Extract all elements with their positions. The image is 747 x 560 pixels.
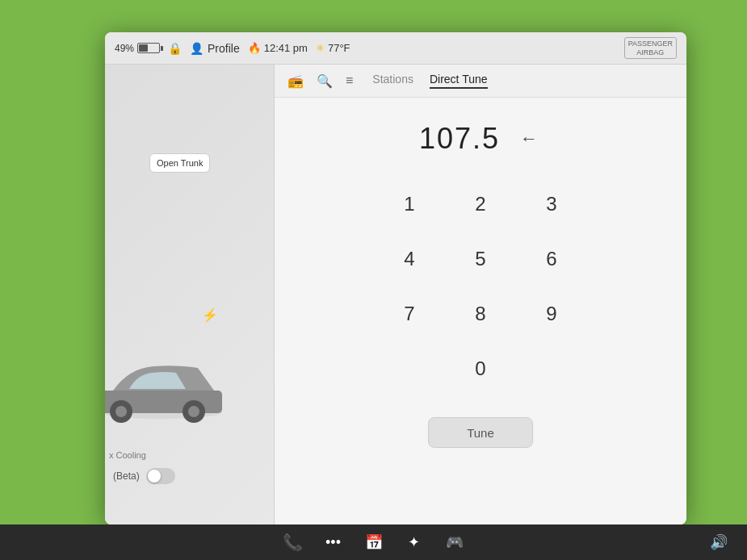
backspace-button[interactable]: ← <box>516 124 542 153</box>
key-4[interactable]: 4 <box>377 235 442 283</box>
numeric-keypad: 1 2 3 4 5 6 7 8 9 0 <box>377 180 584 393</box>
volume-icon[interactable]: 🔊 <box>707 530 731 554</box>
tune-button[interactable]: Tune <box>428 417 533 448</box>
search-icon[interactable]: 🔍 <box>317 73 333 89</box>
time-value: 12:41 pm <box>264 42 308 54</box>
svg-point-3 <box>115 406 127 417</box>
radio-icon[interactable]: 📻 <box>287 73 304 89</box>
battery-fill <box>139 44 148 52</box>
battery-bar-visual <box>137 43 160 53</box>
temp-value: 77°F <box>328 42 350 54</box>
person-icon: 👤 <box>190 42 204 55</box>
list-icon[interactable]: ≡ <box>346 73 353 88</box>
status-time: 🔥 12:41 pm <box>248 42 308 54</box>
beta-label: (Beta) <box>113 470 140 482</box>
beta-toggle[interactable] <box>146 468 175 484</box>
frequency-value: 107.5 <box>419 122 500 156</box>
lock-icon: 🔒 <box>168 42 182 55</box>
airbag-badge: PASSENGERAIRBAG <box>624 37 677 60</box>
open-trunk-label: Open Trunk <box>157 158 203 168</box>
tab-direct-tune[interactable]: Direct Tune <box>430 73 488 89</box>
status-bar: 49% 🔒 👤 Profile 🔥 12:41 pm ✳ 77°F PASSEN… <box>105 32 686 65</box>
sun-icon: ✳ <box>316 42 325 54</box>
tab-stations[interactable]: Stations <box>372 73 413 89</box>
taskbar-phone[interactable]: 📞 <box>281 530 305 554</box>
battery-tip <box>161 46 163 51</box>
profile-label: Profile <box>208 42 240 55</box>
cooling-label: x Cooling <box>109 450 146 460</box>
key-9[interactable]: 9 <box>519 290 584 338</box>
key-1[interactable]: 1 <box>377 180 442 228</box>
left-panel: Open Trunk <box>105 65 275 524</box>
taskbar: 📞 ••• 📅 ✦ 🎮 🔊 <box>0 524 747 560</box>
taskbar-dots[interactable]: ••• <box>321 530 346 554</box>
car-visual <box>105 352 250 428</box>
status-temp: ✳ 77°F <box>316 42 350 54</box>
beta-section: (Beta) <box>113 468 175 484</box>
key-7[interactable]: 7 <box>377 290 442 338</box>
key-3[interactable]: 3 <box>519 180 584 228</box>
lightning-icon: ⚡ <box>202 307 218 323</box>
battery-indicator: 49% <box>115 43 160 54</box>
svg-point-5 <box>188 406 199 417</box>
taskbar-star[interactable]: ✦ <box>402 530 426 554</box>
key-0[interactable]: 0 <box>448 345 513 393</box>
key-6[interactable]: 6 <box>519 235 584 283</box>
direct-tune-content: 107.5 ← 1 2 3 4 5 6 7 8 9 0 <box>275 98 686 524</box>
profile-section[interactable]: 👤 Profile <box>190 42 240 55</box>
key-8[interactable]: 8 <box>448 290 513 338</box>
open-trunk-button[interactable]: Open Trunk <box>149 153 210 173</box>
taskbar-game[interactable]: 🎮 <box>443 530 467 554</box>
car-image-area: Open Trunk <box>105 65 274 524</box>
key-2[interactable]: 2 <box>448 180 513 228</box>
taskbar-calendar[interactable]: 📅 <box>362 530 386 554</box>
key-5[interactable]: 5 <box>448 235 513 283</box>
main-content: Open Trunk <box>105 65 686 524</box>
battery-percentage: 49% <box>115 43 134 54</box>
radio-panel: 📻 🔍 ≡ Stations Direct Tune 107.5 ← 1 <box>275 65 686 524</box>
radio-toolbar: 📻 🔍 ≡ Stations Direct Tune <box>275 65 686 98</box>
frequency-display: 107.5 ← <box>419 122 542 156</box>
flame-icon: 🔥 <box>248 42 261 54</box>
radio-tabs: Stations Direct Tune <box>372 73 487 89</box>
